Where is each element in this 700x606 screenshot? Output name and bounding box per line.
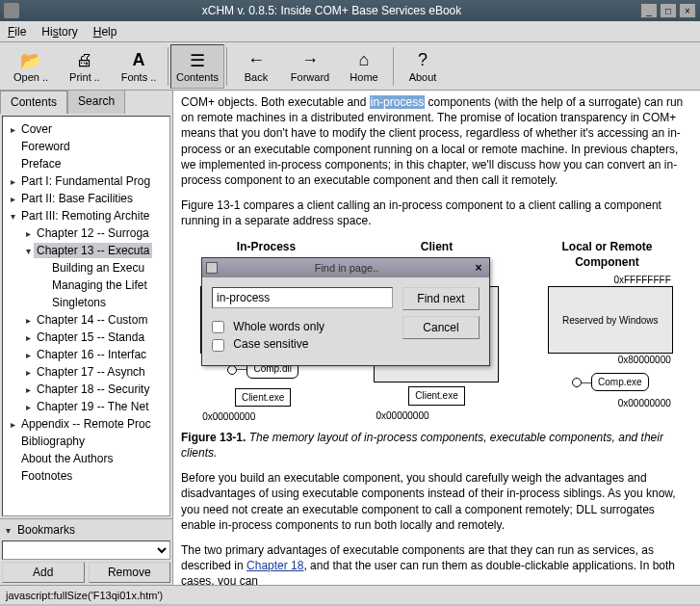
- expand-icon[interactable]: ▸: [22, 332, 34, 343]
- print-button[interactable]: 🖨Print ..: [58, 44, 112, 89]
- menu-file[interactable]: File: [8, 25, 26, 39]
- fonts-icon: A: [133, 50, 145, 71]
- tree-item-label: Chapter 13 -- Executa: [34, 243, 152, 258]
- expand-icon[interactable]: ▸: [7, 419, 18, 430]
- close-icon[interactable]: ×: [472, 261, 485, 275]
- contents-button[interactable]: ☰Contents: [170, 44, 224, 89]
- bookmark-select[interactable]: [2, 540, 170, 560]
- toolbar: 📂Open .. 🖨Print .. AFonts .. ☰Contents ←…: [0, 42, 700, 91]
- about-icon: ?: [418, 50, 428, 71]
- expand-icon[interactable]: ▾: [22, 246, 34, 256]
- expand-icon[interactable]: ▸: [7, 176, 18, 187]
- expand-icon[interactable]: ▸: [22, 384, 34, 395]
- menu-bar: File History Help: [0, 21, 700, 42]
- tree-item-label: Preface: [18, 156, 64, 171]
- add-bookmark-button[interactable]: Add: [2, 562, 85, 583]
- back-icon: ←: [247, 50, 265, 71]
- tree-item[interactable]: ▸Appendix -- Remote Proc: [3, 415, 169, 433]
- tree-item-label: Singletons: [49, 295, 109, 310]
- maximize-button[interactable]: □: [660, 3, 677, 18]
- separator: [168, 47, 169, 86]
- tree-item[interactable]: Singletons: [3, 294, 169, 311]
- tree-view[interactable]: ▸CoverForewordPreface▸Part I: Fundamenta…: [2, 116, 170, 516]
- expand-icon[interactable]: ▸: [7, 194, 18, 204]
- find-input[interactable]: [212, 287, 393, 308]
- tree-item[interactable]: ▸Part I: Fundamental Prog: [3, 172, 169, 190]
- status-text: javascript:fullSize('F13qi01x.htm'): [6, 590, 163, 601]
- tree-item[interactable]: ▸Chapter 17 -- Asynch: [3, 363, 169, 381]
- tree-item[interactable]: ▸Chapter 12 -- Surroga: [3, 224, 169, 242]
- tree-item[interactable]: ▸Chapter 16 -- Interfac: [3, 346, 169, 363]
- tree-item-label: Bibliography: [18, 434, 88, 449]
- expand-icon[interactable]: ▸: [22, 402, 34, 412]
- tree-item-label: About the Authors: [18, 451, 116, 466]
- bookmarks-label: Bookmarks: [17, 523, 75, 537]
- tree-item[interactable]: ▸Chapter 14 -- Custom: [3, 311, 169, 329]
- expand-icon[interactable]: ▸: [22, 367, 34, 378]
- expand-icon[interactable]: ▸: [22, 228, 34, 239]
- expand-icon[interactable]: ▸: [22, 350, 34, 360]
- about-button[interactable]: ?About: [396, 44, 450, 89]
- minimize-button[interactable]: _: [640, 3, 658, 18]
- tree-item[interactable]: ▸Cover: [3, 120, 169, 138]
- paragraph: Before you build an executable component…: [181, 470, 692, 533]
- expand-icon[interactable]: ▾: [7, 211, 18, 222]
- tree-item[interactable]: Foreword: [3, 138, 169, 155]
- print-icon: 🖨: [76, 50, 93, 71]
- menu-help[interactable]: Help: [93, 25, 117, 39]
- tree-item[interactable]: ▾Part III: Remoting Archite: [3, 207, 169, 224]
- tree-item-label: Chapter 16 -- Interfac: [34, 347, 149, 362]
- remove-bookmark-button[interactable]: Remove: [89, 562, 171, 583]
- app-icon: [4, 3, 19, 18]
- highlight: in-process: [370, 95, 425, 109]
- tree-item-label: Building an Execu: [49, 260, 147, 276]
- expand-icon[interactable]: ▸: [7, 124, 18, 135]
- dialog-title: Find in page..: [221, 262, 472, 274]
- tree-item-label: Part III: Remoting Archite: [18, 208, 152, 224]
- tree-item[interactable]: Footnotes: [3, 467, 169, 485]
- bookmarks-panel: ▾Bookmarks Add Remove: [0, 518, 172, 585]
- tree-item[interactable]: Managing the Lifet: [3, 277, 169, 294]
- tab-contents[interactable]: Contents: [0, 91, 67, 114]
- tree-item[interactable]: ▸Part II: Base Facilities: [3, 190, 169, 207]
- title-bar: xCHM v. 0.8.5: Inside COM+ Base Services…: [0, 0, 700, 21]
- tree-item-label: Part II: Base Facilities: [18, 191, 136, 206]
- tree-item-label: Chapter 18 -- Security: [34, 382, 152, 397]
- sidebar: Contents Search ▸CoverForewordPreface▸Pa…: [0, 91, 173, 585]
- home-button[interactable]: ⌂Home: [337, 44, 391, 89]
- tree-item[interactable]: Bibliography: [3, 433, 169, 450]
- expand-icon[interactable]: ▸: [22, 315, 34, 326]
- tree-item-label: Managing the Lifet: [49, 277, 150, 293]
- separator: [226, 47, 227, 86]
- back-button[interactable]: ←Back: [229, 44, 283, 89]
- tree-item[interactable]: About the Authors: [3, 450, 169, 467]
- chapter-link[interactable]: Chapter 18: [246, 559, 303, 572]
- case-sensitive-checkbox[interactable]: Case sensitive: [212, 337, 393, 351]
- open-button[interactable]: 📂Open ..: [4, 44, 58, 89]
- tree-item[interactable]: ▾Chapter 13 -- Executa: [3, 242, 169, 259]
- paragraph: Figure 13-1 compares a client calling an…: [181, 198, 692, 228]
- find-next-button[interactable]: Find next: [402, 287, 480, 310]
- tree-item-label: Footnotes: [18, 468, 75, 484]
- tree-item-label: Appendix -- Remote Proc: [18, 416, 154, 432]
- separator: [393, 47, 394, 86]
- tab-search[interactable]: Search: [67, 91, 125, 114]
- home-icon: ⌂: [359, 50, 370, 71]
- forward-button[interactable]: →Forward: [283, 44, 337, 89]
- find-dialog: Find in page.. × Whole words only Case s…: [201, 257, 490, 366]
- tree-item[interactable]: ▸Chapter 18 -- Security: [3, 381, 169, 398]
- paragraph: The two primary advantages of executable…: [181, 542, 692, 585]
- dialog-sys-icon[interactable]: [206, 262, 218, 274]
- tree-item-label: Chapter 15 -- Standa: [34, 329, 147, 345]
- tree-item[interactable]: Preface: [3, 155, 169, 172]
- tree-item[interactable]: Building an Execu: [3, 259, 169, 277]
- menu-history[interactable]: History: [41, 25, 77, 39]
- whole-words-checkbox[interactable]: Whole words only: [212, 320, 393, 333]
- chevron-down-icon[interactable]: ▾: [6, 525, 17, 536]
- tree-item[interactable]: ▸Chapter 19 -- The Net: [3, 398, 169, 415]
- close-button[interactable]: ×: [679, 3, 696, 18]
- cancel-button[interactable]: Cancel: [402, 316, 480, 339]
- tree-item-label: Part I: Fundamental Prog: [18, 173, 153, 189]
- fonts-button[interactable]: AFonts ..: [112, 44, 166, 89]
- tree-item[interactable]: ▸Chapter 15 -- Standa: [3, 329, 169, 346]
